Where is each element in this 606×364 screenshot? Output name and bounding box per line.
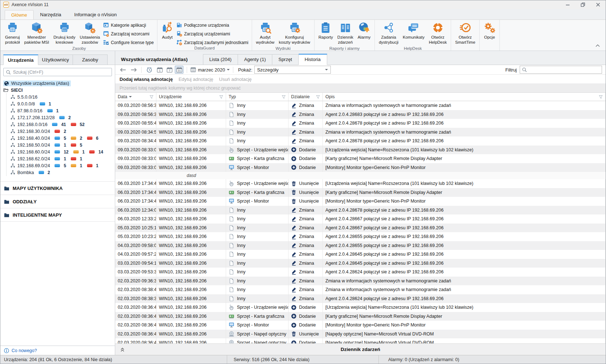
tab-sprz-t[interactable]: Sprzęt — [272, 54, 299, 65]
tree-item-network[interactable]: 172.17.208.112/282 — [7, 114, 115, 121]
table-row[interactable]: 05.03.2020 10:23:27WIN10, 192.168.69.206… — [115, 232, 606, 241]
ribbon-button-ustawienia-zasob-w[interactable]: Ustawieniazasobów — [78, 21, 102, 46]
table-row[interactable]: 04.03.2020 09:57:20WIN10, 192.168.69.206… — [115, 250, 606, 259]
table-row[interactable]: 02.03.2020 08:38:34WIN10, 192.168.69.206… — [115, 294, 606, 303]
details-select[interactable]: Szczegóły — [254, 66, 331, 74]
minimize-button[interactable] — [560, 0, 575, 9]
search-input[interactable]: Szukaj (Ctrl+F) — [3, 68, 112, 76]
ribbon-small-button-zarz-dzaj-zaufanymi-jednostkami[interactable]: Zarządzaj zaufanymi jednostkami — [176, 39, 248, 46]
column-header-data[interactable]: Data — [115, 93, 156, 101]
ribbon-button-otw-rz-helpdesk[interactable]: OtwórzHelpDesk — [427, 21, 449, 46]
column-header-dzia-anie[interactable]: Działanie — [289, 93, 323, 101]
annotation-usu-adnotacj[interactable]: Usuń adnotację — [219, 77, 252, 82]
month-picker[interactable]: marzec 2020 — [190, 67, 230, 73]
restore-button[interactable] — [575, 0, 590, 9]
tree-item-root[interactable]: Wszystkie urządzenia (Atlas) — [0, 80, 115, 87]
group-by-bar[interactable]: Przenieś tutaj nagłówek kolumny wg które… — [115, 83, 606, 93]
ribbon-button-alarmy[interactable]: Alarmy — [355, 21, 373, 40]
table-row[interactable]: 09.03.2020 08:33:00WIN10, 192.168.69.206… — [115, 154, 606, 163]
calendar-7-button[interactable]: 7 — [165, 66, 174, 74]
table-row[interactable]: 06.03.2020 12:34:08WIN10, 192.168.69.206… — [115, 206, 606, 215]
filter-funnel-icon[interactable] — [219, 95, 223, 99]
annotation-dodaj-w-asn-adnotacj[interactable]: Dodaj własną adnotację — [120, 77, 173, 82]
ribbon-button-audyt[interactable]: Audyt — [159, 21, 176, 40]
tree-item-network[interactable]: 192.168.0.0/164152 — [7, 121, 115, 128]
ribbon-button-raporty[interactable]: Raporty — [316, 21, 335, 40]
ribbon-button-mened-er-pakiet-w-msi[interactable]: Menedżerpakietów MSI — [22, 21, 51, 46]
table-row[interactable]: 09.03.2020 08:55:44WIN10, 192.168.69.206… — [115, 119, 606, 128]
tree-section-mapy-u-ytkownika[interactable]: MAPY UŻYTKOWNIKA — [0, 181, 115, 195]
tree-item-network[interactable]: 87.98.0.0/161 — [7, 107, 115, 114]
ribbon-tab-g-wne[interactable]: Główne — [5, 10, 34, 20]
filter-funnel-icon[interactable] — [282, 95, 286, 99]
column-header-urz-dzenie[interactable]: Urządzenie — [156, 93, 226, 101]
ribbon-tab-informacje-o-nvision[interactable]: Informacje o nVision — [68, 10, 124, 20]
tree-item-network[interactable]: 192.168.69.0/24511 — [7, 162, 115, 169]
tree-section-inteligentne-mapy[interactable]: INTELIGENTNE MAPY — [0, 208, 115, 221]
tree-section-oddzia-y[interactable]: ODDZIAŁY — [0, 195, 115, 208]
tree-folder-sieci[interactable]: SIECI — [0, 87, 115, 94]
tree-item-network[interactable]: 192.168.50.0/2415 — [7, 142, 115, 148]
close-button[interactable] — [590, 0, 606, 9]
column-header-typ[interactable]: Typ — [226, 93, 289, 101]
table-row[interactable]: 03.03.2020 09:54:19WIN10, 192.168.69.206… — [115, 259, 606, 268]
table-row[interactable]: 02.03.2020 08:36:43WIN10, 192.168.69.206… — [115, 303, 606, 312]
sidebar-tab-urz-dzenia[interactable]: Urządzenia — [3, 55, 38, 65]
ribbon-button-otw-rz-smarttime[interactable]: OtwórzSmartTime — [453, 21, 477, 46]
table-row[interactable]: 02.03.2020 08:36:43WIN10, 192.168.69.206… — [115, 312, 606, 321]
table-row[interactable]: 09.03.2020 08:33:00WIN10, 192.168.69.206… — [115, 163, 606, 172]
ribbon-button-audyt-wydruk-w[interactable]: Audytwydruków — [254, 21, 277, 46]
table-row[interactable]: 02.03.2020 08:36:43WIN10, 192.168.69.206… — [115, 338, 606, 343]
forward-arrow-button[interactable] — [129, 66, 138, 74]
tree-item-network[interactable]: 192.168.30.0/242 — [7, 128, 115, 135]
annotation-group-row[interactable]: dasd — [115, 172, 606, 179]
table-row[interactable]: 09.03.2020 08:34:56WIN10, 192.168.69.206… — [115, 128, 606, 137]
table-row[interactable]: 09.03.2020 08:34:49WIN10, 192.168.69.206… — [115, 136, 606, 146]
back-arrow-button[interactable] — [119, 66, 127, 74]
table-row[interactable]: 06.03.2020 17:34:42WIN10, 192.168.69.206… — [115, 188, 606, 197]
ribbon-small-button-zarz-dzaj-urz-dzeniami[interactable]: Zarządzaj urządzeniami — [176, 31, 248, 37]
whats-new-link[interactable]: Co nowego? — [0, 346, 115, 355]
ribbon-button-konfiguruj-koszty-wydruk-w[interactable]: Konfigurujkoszty wydruków — [277, 21, 312, 46]
calendar-1-button[interactable]: 1 — [155, 66, 164, 74]
table-row[interactable]: 09.03.2020 08:56:32WIN10, 192.168.69.206… — [115, 110, 606, 119]
annotation-edytuj-adnotacj[interactable]: Edytuj adnotację — [178, 77, 213, 82]
tab-lista-204[interactable]: Lista (204) — [203, 54, 238, 65]
ribbon-button-opcje[interactable]: Opcje — [481, 21, 498, 40]
tree-item-network[interactable]: 5.5.0.0/16 — [7, 94, 115, 100]
filter-funnel-icon[interactable] — [150, 95, 153, 99]
ribbon-button-zadania-dystrybucji[interactable]: Zadaniadystrybucji — [377, 21, 401, 46]
table-row[interactable]: 02.03.2020 09:36:37WIN10, 192.168.69.206… — [115, 277, 606, 286]
ribbon-button-drukuj-kody-kreskowe[interactable]: Drukuj kodykreskowe — [51, 21, 78, 46]
table-row[interactable]: 02.03.2020 08:38:40WIN10, 192.168.69.206… — [115, 285, 606, 294]
table-row[interactable]: 02.03.2020 08:36:43WIN10, 192.168.69.206… — [115, 321, 606, 330]
table-row[interactable]: 06.03.2020 17:34:42WIN10, 192.168.69.206… — [115, 197, 606, 206]
filter-funnel-icon[interactable] — [599, 95, 603, 99]
tab-agenty-1[interactable]: Agenty (1) — [238, 54, 272, 65]
column-header-opis[interactable]: Opis — [323, 93, 606, 101]
ribbon-button-dziennik-zdarze[interactable]: Dziennikzdarzeń — [335, 21, 355, 46]
table-row[interactable]: 06.03.2020 12:33:26WIN10, 192.168.69.206… — [115, 214, 606, 224]
table-row[interactable]: 03.03.2020 09:53:33WIN10, 192.168.69.206… — [115, 268, 606, 277]
tree-item-network[interactable]: Bombka2 — [7, 169, 115, 176]
ribbon-small-button-zarz-dzaj-wzorcami[interactable]: Zarządzaj wzorcami — [103, 31, 154, 37]
tab-historia[interactable]: Historia — [299, 54, 327, 65]
ribbon-collapse-button[interactable] — [594, 43, 601, 48]
ribbon-small-button-kategorie-aplikacji[interactable]: Kategorie aplikacji — [103, 22, 154, 28]
tree-item-network[interactable]: 192.168.60.0/2412114 — [7, 148, 115, 155]
ribbon-button-komunikaty[interactable]: Komunikaty — [401, 21, 427, 40]
tree-item-network[interactable]: 192.168.62.0/2411 — [7, 155, 115, 162]
table-row[interactable]: 05.03.2020 10:25:13WIN10, 192.168.69.206… — [115, 224, 606, 233]
table-row[interactable]: 06.03.2020 17:34:42WIN10, 192.168.69.206… — [115, 179, 606, 188]
table-row[interactable]: 09.03.2020 08:56:39WIN10, 192.168.69.206… — [115, 101, 606, 110]
sidebar-tab-u-ytkownicy[interactable]: Użytkownicy — [38, 55, 73, 65]
ribbon-small-button-pod-czone-urz-dzenia[interactable]: Podłączone urządzenia — [176, 22, 248, 28]
table-row[interactable]: 02.03.2020 08:36:43WIN10, 192.168.69.206… — [115, 330, 606, 339]
filter-input[interactable] — [520, 66, 602, 74]
tree-item-network[interactable]: 9.0.0.0/81 — [7, 100, 115, 107]
time-range-button[interactable] — [145, 66, 153, 74]
tree-item-network[interactable]: 192.168.40.0/24526 — [7, 135, 115, 142]
calendar-31-button[interactable]: 31 — [175, 66, 183, 74]
table-row[interactable]: 09.03.2020 08:33:01WIN10, 192.168.69.206… — [115, 146, 606, 155]
table-row[interactable]: 04.03.2020 09:58:02WIN10, 192.168.69.206… — [115, 241, 606, 250]
